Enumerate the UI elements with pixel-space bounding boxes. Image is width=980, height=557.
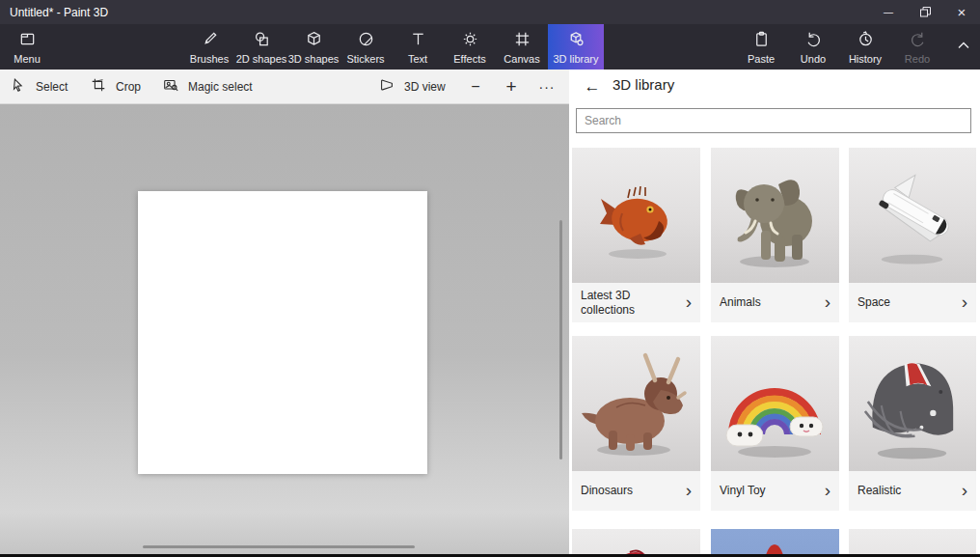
chevron-right-icon: › (962, 480, 967, 501)
library-tile-partial-1[interactable] (572, 529, 700, 557)
tool-effects[interactable]: Effects (444, 24, 496, 70)
chevron-up-icon (956, 38, 971, 57)
crop-label: Crop (116, 80, 141, 94)
vertical-scrollbar[interactable] (559, 220, 562, 460)
library-tile-animals[interactable]: Animals › (711, 148, 839, 322)
ribbon: Menu Brushes 2D shapes 3D shapes (0, 24, 980, 70)
panel-title: 3D library (612, 76, 674, 93)
library-tile-realistic[interactable]: Realistic › (849, 336, 976, 511)
tool-text[interactable]: Text (392, 24, 444, 70)
rainbow-toy-thumbnail (711, 336, 839, 471)
paint3d-window: Untitled* - Paint 3D — × Menu (0, 0, 980, 557)
drawing-canvas[interactable] (138, 191, 427, 474)
select-label: Select (36, 80, 68, 94)
tile-label: Latest 3D collections (581, 289, 669, 318)
zoom-in-button[interactable]: + (499, 70, 524, 103)
cursor-arrow-icon (10, 76, 27, 97)
paste-button[interactable]: Paste (735, 24, 787, 70)
tile-label: Realistic (858, 484, 901, 498)
chevron-right-icon: › (962, 292, 967, 313)
zoom-out-button[interactable]: − (463, 70, 488, 103)
library-tile-latest-3d-collections[interactable]: Latest 3D collections › (572, 148, 700, 322)
3d-library-panel: ← 3D library Latest 3D collections (569, 70, 980, 557)
magic-select-icon (162, 76, 179, 97)
tile-label: Animals (720, 295, 761, 310)
red-rose-thumbnail (572, 529, 700, 557)
football-helmet-thumbnail (849, 336, 976, 471)
triceratops-thumbnail (572, 336, 700, 471)
minus-icon: − (471, 78, 479, 96)
orange-fish-thumbnail (572, 148, 700, 283)
maximize-button[interactable] (907, 0, 943, 24)
title-bar: Untitled* - Paint 3D — × (0, 0, 980, 24)
tool-2d-shapes[interactable]: 2D shapes (235, 24, 287, 70)
menu-label: Menu (14, 54, 41, 65)
tile-label: Dinosaurs (581, 484, 633, 498)
space-shuttle-thumbnail (849, 148, 976, 283)
edit-toolbar: Select Crop Magic select 3D view − + (0, 70, 569, 104)
brush-icon (201, 30, 219, 52)
tool-3d-library[interactable]: 3D library (548, 24, 604, 70)
menu-button[interactable]: Menu (6, 24, 48, 70)
redo-icon (909, 30, 927, 52)
chevron-right-icon: › (686, 292, 692, 313)
restore-icon (920, 7, 931, 17)
paste-icon (752, 30, 771, 52)
library-tile-vinyl-toy[interactable]: Vinyl Toy › (711, 336, 839, 511)
elephant-thumbnail (711, 148, 839, 283)
chevron-right-icon: › (686, 480, 692, 501)
ribbon-actions: Paste Undo History Redo (735, 24, 943, 70)
crop-tool[interactable]: Crop (90, 70, 141, 103)
workspace[interactable] (0, 104, 569, 557)
effects-icon (461, 30, 479, 52)
undo-button[interactable]: Undo (787, 24, 839, 70)
library-tile-space[interactable]: Space › (849, 148, 976, 322)
plus-icon: + (505, 76, 516, 97)
tool-3d-shapes[interactable]: 3D shapes (287, 24, 340, 70)
3d-view-label: 3D view (404, 80, 446, 94)
3d-view-toggle[interactable]: 3D view (378, 70, 446, 103)
ellipsis-icon: ··· (539, 79, 556, 95)
chevron-right-icon: › (825, 292, 830, 313)
window-title: Untitled* - Paint 3D (0, 6, 870, 19)
magic-select-label: Magic select (188, 80, 253, 94)
menu-icon (18, 30, 37, 52)
3d-view-icon (378, 76, 395, 97)
more-options-button[interactable]: ··· (534, 70, 559, 103)
minimize-icon: — (884, 7, 893, 17)
select-tool[interactable]: Select (10, 70, 68, 103)
tile-label: Space (858, 295, 890, 310)
tool-stickers[interactable]: Stickers (340, 24, 392, 70)
close-button[interactable]: × (943, 0, 980, 24)
2d-shapes-icon (253, 30, 271, 52)
library-tile-partial-2[interactable] (711, 529, 839, 557)
crop-icon (90, 76, 107, 97)
history-icon (857, 30, 875, 52)
red-tree-thumbnail (711, 529, 839, 557)
redo-button[interactable]: Redo (891, 24, 943, 70)
search-input[interactable] (576, 108, 971, 133)
horizontal-scrollbar[interactable] (143, 545, 415, 548)
empty-thumbnail (849, 529, 976, 557)
stickers-icon (357, 30, 375, 52)
text-icon (409, 30, 427, 52)
back-arrow-icon: ← (585, 77, 601, 97)
tile-label: Vinyl Toy (720, 484, 766, 498)
back-button[interactable]: ← (579, 73, 606, 100)
canvas-icon (513, 30, 531, 52)
close-icon: × (958, 4, 966, 20)
collapse-ribbon-button[interactable] (949, 24, 978, 70)
chevron-right-icon: › (825, 480, 830, 501)
tool-canvas[interactable]: Canvas (496, 24, 548, 70)
history-button[interactable]: History (839, 24, 891, 70)
tool-brushes[interactable]: Brushes (183, 24, 235, 70)
library-tile-dinosaurs[interactable]: Dinosaurs › (572, 336, 700, 511)
3d-library-icon (567, 30, 585, 52)
window-controls: — × (870, 0, 980, 24)
ribbon-tools: Brushes 2D shapes 3D shapes Stickers (183, 24, 604, 70)
library-tile-partial-3[interactable] (849, 529, 976, 557)
undo-icon (804, 30, 823, 52)
minimize-button[interactable]: — (870, 0, 907, 24)
3d-shapes-icon (305, 30, 323, 52)
magic-select-tool[interactable]: Magic select (162, 70, 253, 103)
